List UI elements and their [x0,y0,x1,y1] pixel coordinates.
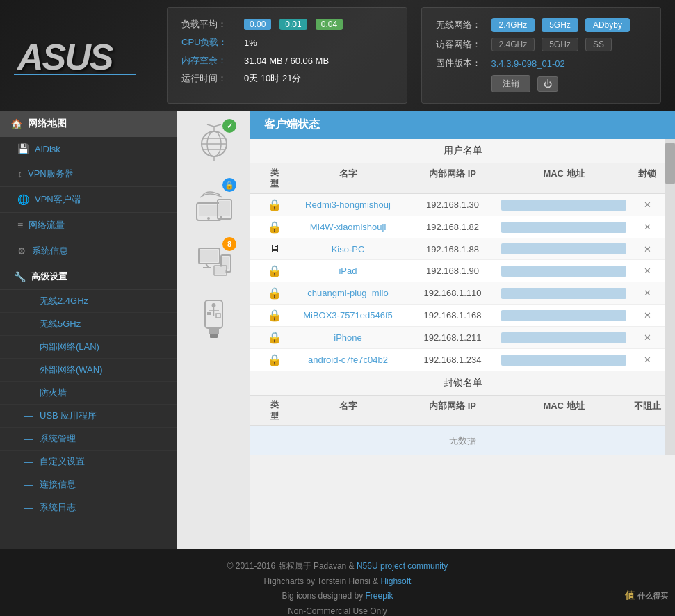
sidebar-sub-conninfo[interactable]: — 连接信息 [0,473,177,496]
sidebar-item-advanced[interactable]: 🔧 高级设置 [0,264,177,290]
load-val-2: 0.01 [279,19,307,30]
uptime-row: 运行时间： 0天 10时 21分 [181,72,393,85]
sidebar-sub-custom[interactable]: — 自定义设置 [0,451,177,473]
cpu-label: CPU负载： [181,36,237,49]
sidebar-item-traffic[interactable]: ≡ 网络流量 [0,213,177,238]
svg-rect-17 [200,250,218,262]
row-name: iPad [292,266,404,276]
stats-box: 负载平均： 0.00 0.01 0.04 CPU负载： 1% 内存空余： 31.… [167,7,407,104]
sidebar-sub-sysadmin[interactable]: — 系统管理 [0,428,177,451]
home-icon: 🏠 [10,118,22,129]
row-name: chuangmi-plug_miio [292,288,404,298]
footer: © 2011-2016 版权属于 Padavan & N56U project … [0,549,675,616]
wireless-box: 无线网络： 2.4GHz 5GHz ADbyby 访客网络： 2.4GHz 5G… [421,7,662,104]
wireless-adbyby-btn[interactable]: ADbyby [585,18,630,32]
sidebar-sub-lan[interactable]: — 内部网络(LAN) [0,336,177,359]
traffic-icon: ≡ [17,220,23,231]
guest-24ghz-btn[interactable]: 2.4GHz [491,38,535,51]
svg-point-30 [212,303,216,307]
header-mac: MAC 地址 [501,168,626,189]
row-block-btn[interactable]: ✕ [626,244,668,254]
logo-area: ASUS [14,7,153,104]
row-ip: 192.168.1.82 [404,222,501,232]
row-block-btn[interactable]: ✕ [626,332,668,343]
control-row: 注销 ⏻ [436,75,647,92]
wireless-status-badge: 🔒 [222,178,236,192]
row-block-btn[interactable]: ✕ [626,266,668,276]
row-block-btn[interactable]: ✕ [626,288,668,298]
row-block-btn[interactable]: ✕ [626,310,668,321]
sidebar-home[interactable]: 🏠 网络地图 [0,111,177,137]
row-name: iPhone [292,332,404,343]
svg-rect-24 [215,266,225,274]
user-list-title: 用户名单 [250,139,675,163]
sidebar-sub-wireless24[interactable]: — 无线2.4GHz [0,290,177,313]
sidebar-sub-label-syslog: 系统日志 [40,501,76,514]
sidebar-sub-label-wireless24: 无线2.4GHz [40,295,88,307]
no-data-message: 无数据 [250,426,675,455]
row-mac: ██████████████████ [501,243,626,254]
sidebar-sub-syslog[interactable]: — 系统日志 [0,496,177,519]
row-block-btn[interactable]: ✕ [626,355,668,365]
load-label: 负载平均： [181,18,237,31]
row-type: 🔒 [257,286,292,300]
cancel-button[interactable]: 注销 [491,75,530,92]
memory-label: 内存空余： [181,54,237,67]
guest-5ghz-btn[interactable]: 5GHz [542,38,578,51]
row-name: Redmi3-hongmishouj [292,200,404,210]
table-row: 🔒 iPad 192.168.1.90 ██████████████████ ✕ [250,260,675,282]
usb-icon-wrap [191,298,236,343]
sidebar-item-sysinfo[interactable]: ⚙ 系统信息 [0,238,177,264]
svg-rect-32 [216,314,220,318]
wireless-24ghz-btn[interactable]: 2.4GHz [491,18,535,32]
row-type: 🔒 [257,309,292,322]
sidebar-sub-wan[interactable]: — 外部网络(WAN) [0,359,177,382]
table-header-user: 类型 名字 内部网络 IP MAC 地址 封锁 [250,163,675,194]
table-row: 🔒 android-c7fe7c04b2 192.168.1.234 █████… [250,349,675,371]
freepik-link[interactable]: Freepik [366,591,393,601]
table-row: 🔒 chuangmi-plug_miio 192.168.1.110 █████… [250,282,675,305]
devices-icon-wrap: 8 [191,239,236,284]
info-icon: ⚙ [17,245,26,257]
row-name: MI4W-xiaomishouji [292,222,404,232]
sidebar-sub-firewall[interactable]: — 防火墙 [0,382,177,405]
sidebar-label-sysinfo: 系统信息 [32,245,68,257]
svg-rect-15 [219,201,230,216]
sidebar-item-vpn-server[interactable]: ↕ VPN服务器 [0,161,177,187]
footer-line3: Big icons designed by Freepik [10,589,665,604]
sidebar-label-vpn-server: VPN服务器 [28,168,74,180]
row-mac: ██████████████████ [501,266,626,277]
row-block-btn[interactable]: ✕ [626,200,668,210]
guest-ss-btn[interactable]: SS [585,38,612,51]
wireless-label: 无线网络： [436,19,485,31]
row-mac: ██████████████████ [501,310,626,321]
usb-icon[interactable] [191,298,236,343]
sidebar-sub-label-usb: USB 应用程序 [40,410,97,422]
sidebar-sub-wireless5[interactable]: — 无线5GHz [0,313,177,336]
firmware-version: 3.4.3.9-098_01-02 [491,58,565,69]
sidebar-item-aidisk[interactable]: 💾 AiDisk [0,137,177,161]
sidebar-sub-usb[interactable]: — USB 应用程序 [0,405,177,428]
row-mac: ██████████████████ [501,222,626,233]
power-button[interactable]: ⏻ [537,76,558,92]
row-mac: ██████████████████ [501,200,626,211]
sidebar-label-aidisk: AiDisk [35,144,60,154]
wireless-5ghz-btn[interactable]: 5GHz [542,18,578,32]
sidebar-sub-label-wan: 外部网络(WAN) [40,364,103,376]
row-block-btn[interactable]: ✕ [626,222,668,232]
row-type: 🔒 [257,198,292,211]
n56u-link[interactable]: N56U project community [357,561,448,571]
row-mac: ██████████████████ [501,288,626,299]
sidebar-item-vpn-client[interactable]: 🌐 VPN客户端 [0,187,177,213]
row-type: 🔒 [257,264,292,277]
firmware-label: 固件版本： [436,57,485,70]
scrollbar[interactable] [665,139,675,455]
vpn-client-icon: 🌐 [17,194,29,205]
row-mac: ██████████████████ [501,332,626,343]
header-type: 类型 [257,168,292,189]
sidebar-label-advanced: 高级设置 [31,270,67,283]
row-name: Kiso-PC [292,244,404,254]
sidebar-label-traffic: 网络流量 [29,219,65,232]
highsoft-link[interactable]: Highsoft [380,576,411,586]
uptime-label: 运行时间： [181,72,237,85]
